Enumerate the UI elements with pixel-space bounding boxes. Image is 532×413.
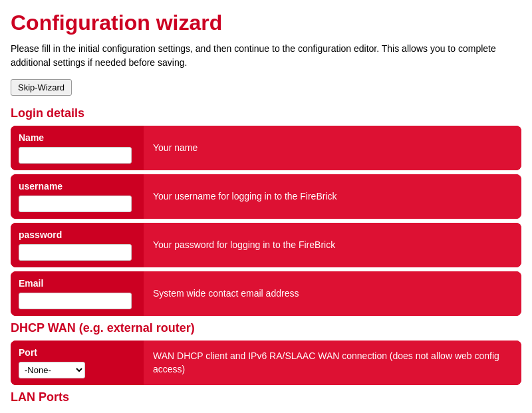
- page-title: Configuration wizard: [11, 11, 521, 35]
- password-row: password Your password for logging in to…: [11, 223, 521, 267]
- username-row: username Your username for logging in to…: [11, 174, 521, 219]
- port-label: Port: [19, 347, 136, 358]
- name-label-cell: Name: [11, 126, 144, 170]
- lan-section: LAN Ports: [11, 390, 521, 404]
- email-row: Email System wide contact email address: [11, 271, 521, 316]
- port-select[interactable]: -None-: [19, 362, 85, 378]
- skip-wizard-button[interactable]: Skip-Wizard: [11, 79, 72, 96]
- username-description: Your username for logging in to the Fire…: [144, 174, 521, 219]
- email-label: Email: [19, 278, 136, 289]
- port-row: Port -None- WAN DHCP client and IPv6 RA/…: [11, 341, 521, 385]
- name-label: Name: [19, 132, 136, 143]
- name-input[interactable]: [19, 147, 132, 164]
- dhcp-section: DHCP WAN (e.g. external router) Port -No…: [11, 321, 521, 385]
- port-description: WAN DHCP client and IPv6 RA/SLAAC WAN co…: [144, 341, 521, 385]
- password-description: Your password for logging in to the Fire…: [144, 223, 521, 267]
- name-description: Your name: [144, 126, 521, 170]
- username-label-cell: username: [11, 174, 144, 219]
- password-label-cell: password: [11, 223, 144, 267]
- lan-section-title: LAN Ports: [11, 390, 521, 404]
- email-label-cell: Email: [11, 271, 144, 316]
- password-input[interactable]: [19, 244, 132, 261]
- name-row: Name Your name: [11, 126, 521, 170]
- port-select-wrapper: -None-: [19, 362, 136, 378]
- login-section-title: Login details: [11, 106, 521, 120]
- username-input[interactable]: [19, 196, 132, 212]
- username-label: username: [19, 181, 136, 192]
- page-description: Please fill in the initial configuration…: [11, 42, 521, 70]
- login-section: Login details Name Your name username Yo…: [11, 106, 521, 316]
- email-input[interactable]: [19, 293, 132, 309]
- dhcp-section-title: DHCP WAN (e.g. external router): [11, 321, 521, 335]
- port-label-cell: Port -None-: [11, 341, 144, 385]
- password-label: password: [19, 229, 136, 240]
- email-description: System wide contact email address: [144, 271, 521, 316]
